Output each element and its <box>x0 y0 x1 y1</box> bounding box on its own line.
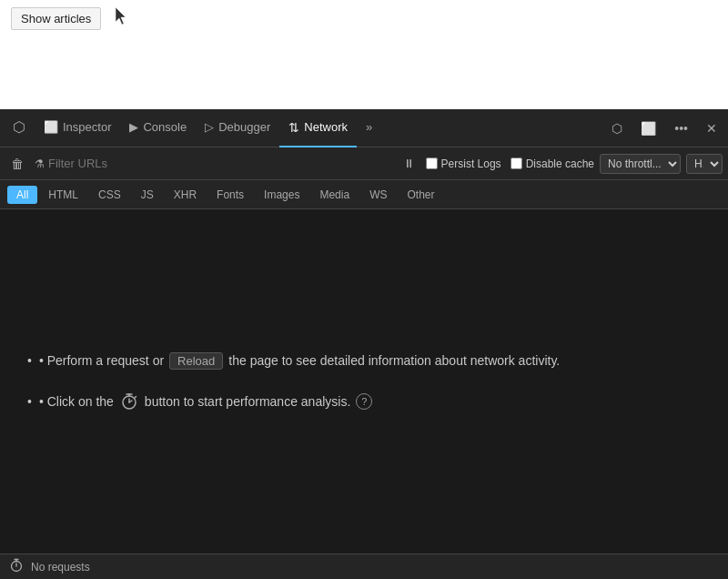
trash-icon: 🗑 <box>11 157 24 171</box>
persist-logs-checkbox[interactable]: Persist Logs <box>426 157 501 170</box>
filter-bar: 🗑 ⚗ ⏸ Persist Logs Disable cache No thro… <box>0 147 728 180</box>
info-line-2: • • Click on the button to start perform… <box>27 391 372 411</box>
reload-badge[interactable]: Reload <box>169 352 223 370</box>
devtools-toolbar: ⬡ ⬜ Inspector ▶ Console ▷ Debugger ⇅ Net… <box>0 109 728 147</box>
screenshot-button[interactable]: ⬡ <box>604 116 630 141</box>
line2-prefix-text: • Click on the <box>39 394 114 409</box>
browser-top: Show articles <box>0 0 728 109</box>
type-filter-bar: All HTML CSS JS XHR Fonts Images Media W… <box>0 180 728 209</box>
tab-inspector[interactable]: ⬜ Inspector <box>35 109 120 147</box>
tab-network[interactable]: ⇅ Network <box>279 109 357 147</box>
debugger-label: Debugger <box>218 120 270 134</box>
tab-console[interactable]: ▶ Console <box>120 109 196 147</box>
type-filter-other[interactable]: Other <box>398 186 443 204</box>
info-line-1: • • Perform a request or Reload the page… <box>27 352 560 370</box>
console-icon: ▶ <box>129 120 138 134</box>
inspector-icon: ⬜ <box>44 120 58 134</box>
type-filter-ws[interactable]: WS <box>360 186 396 204</box>
line2-suffix-text: button to start performance analysis. <box>145 394 350 409</box>
filter-url-input[interactable] <box>48 157 392 170</box>
line1-prefix-text: • Perform a request or <box>39 353 164 368</box>
type-filter-html[interactable]: HTML <box>39 186 87 204</box>
clear-requests-button[interactable]: 🗑 <box>5 153 29 175</box>
persist-logs-label: Persist Logs <box>441 157 501 170</box>
filter-funnel-icon: ⚗ <box>35 157 45 170</box>
more-options-button[interactable]: ••• <box>667 116 695 141</box>
line1-suffix-text: the page to see detailed information abo… <box>228 353 560 368</box>
persist-logs-input[interactable] <box>426 157 438 169</box>
debugger-icon: ▷ <box>205 120 214 134</box>
show-articles-button[interactable]: Show articles <box>11 7 101 30</box>
responsive-design-button[interactable]: ⬜ <box>633 116 663 141</box>
close-icon: ✕ <box>706 121 717 136</box>
network-label: Network <box>304 120 348 134</box>
help-icon[interactable]: ? <box>356 393 372 410</box>
performance-stopwatch-icon <box>119 391 139 411</box>
svg-line-7 <box>135 396 136 398</box>
ellipsis-icon: ••• <box>674 121 688 136</box>
svg-marker-0 <box>116 7 126 25</box>
pause-button[interactable]: ⏸ <box>398 153 420 174</box>
throttle-select[interactable]: No throttl... <box>600 154 681 174</box>
devtools-panel: ⬡ ⬜ Inspector ▶ Console ▷ Debugger ⇅ Net… <box>0 109 728 579</box>
filter-checkboxes: Persist Logs Disable cache <box>426 157 594 170</box>
type-filter-fonts[interactable]: Fonts <box>207 186 253 204</box>
disable-cache-label: Disable cache <box>526 157 594 170</box>
type-filter-all[interactable]: All <box>7 186 37 204</box>
more-tabs-icon: » <box>366 120 372 134</box>
type-filter-css[interactable]: CSS <box>89 186 130 204</box>
network-icon: ⇅ <box>288 120 299 135</box>
tab-debugger[interactable]: ▷ Debugger <box>196 109 279 147</box>
disable-cache-input[interactable] <box>511 157 522 169</box>
close-devtools-button[interactable]: ✕ <box>699 116 724 141</box>
type-filter-js[interactable]: JS <box>132 186 163 204</box>
pick-element-icon: ⬡ <box>13 118 25 136</box>
toolbar-right: ⬡ ⬜ ••• ✕ <box>604 116 724 141</box>
bullet-1: • <box>27 353 32 368</box>
screenshot-icon: ⬡ <box>612 121 622 136</box>
bullet-2: • <box>27 394 32 409</box>
type-filter-xhr[interactable]: XHR <box>165 186 206 204</box>
h-select[interactable]: H... <box>686 154 723 174</box>
responsive-icon: ⬜ <box>641 121 656 136</box>
pause-icon: ⏸ <box>403 157 415 170</box>
type-filter-images[interactable]: Images <box>255 186 308 204</box>
no-requests-label: No requests <box>31 561 90 574</box>
stopwatch-status-icon <box>9 558 24 575</box>
console-label: Console <box>143 120 187 134</box>
inspector-label: Inspector <box>63 120 111 134</box>
main-content: • • Perform a request or Reload the page… <box>0 209 728 554</box>
filter-input-wrap: ⚗ <box>35 157 392 170</box>
tab-more[interactable]: » <box>357 109 381 147</box>
cursor-arrow <box>116 7 128 25</box>
disable-cache-checkbox[interactable]: Disable cache <box>511 157 594 170</box>
status-bar: No requests <box>0 554 728 579</box>
type-filter-media[interactable]: Media <box>310 186 359 204</box>
tab-pick-element[interactable]: ⬡ <box>4 109 35 147</box>
